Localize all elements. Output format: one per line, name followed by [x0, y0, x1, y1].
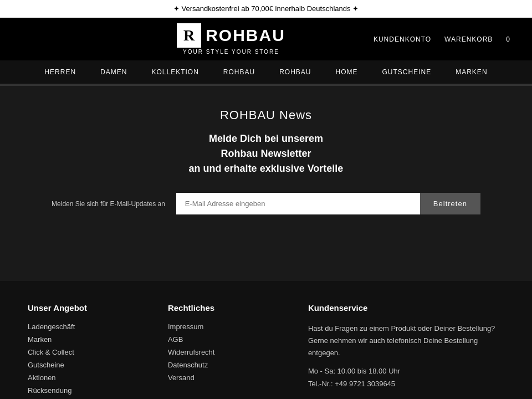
nav-kollektion[interactable]: KOLLEKTION: [139, 60, 211, 84]
logo-r-box: R: [177, 23, 201, 48]
newsletter-title: ROHBAU News: [33, 108, 499, 122]
newsletter-subtitle-line2: Rohbau Newsletter: [221, 148, 311, 159]
newsletter-form: Melden Sie sich für E-Mail-Updates an Be…: [33, 193, 499, 214]
footer-service-phone: Tel.-Nr.: +49 9721 3039645: [308, 380, 504, 388]
footer-link-versand[interactable]: Versand: [168, 374, 308, 382]
banner-text: ✦ Versandkostenfrei ab 70,00€ innerhalb …: [173, 4, 359, 13]
logo[interactable]: R ROHBAU YOUR STYLE YOUR STORE: [177, 23, 285, 55]
footer-col-service: Kundenservice Hast du Fragen zu einem Pr…: [308, 303, 504, 399]
footer-service-title: Kundenservice: [308, 303, 504, 313]
footer-col-rechtliches: Rechtliches Impressum AGB Widerrufsrecht…: [168, 303, 308, 399]
logo-tagline: YOUR STYLE YOUR STORE: [183, 49, 279, 55]
newsletter-form-label: Melden Sie sich für E-Mail-Updates an: [52, 200, 165, 208]
footer: Unser Angebot Ladengeschäft Marken Click…: [0, 281, 532, 399]
newsletter-subtitle: Melde Dich bei unserem Rohbau Newsletter…: [33, 131, 499, 176]
newsletter-submit-btn[interactable]: Beitreten: [420, 193, 480, 214]
nav-bar: HERREN DAMEN KOLLEKTION ROHBAU ROHBAU HO…: [0, 60, 532, 84]
nav-home[interactable]: HOME: [324, 60, 370, 84]
footer-link-ladengeschaeft[interactable]: Ladengeschäft: [28, 323, 168, 331]
footer-link-ruecksendung[interactable]: Rücksendung: [28, 386, 168, 395]
footer-col-angebot: Unser Angebot Ladengeschäft Marken Click…: [28, 303, 168, 399]
nav-marken[interactable]: MARKEN: [443, 60, 499, 84]
newsletter-subtitle-line1: Melde Dich bei unserem: [209, 133, 323, 144]
footer-angebot-title: Unser Angebot: [28, 303, 168, 313]
cart-count: 0: [506, 35, 510, 43]
newsletter-section: ROHBAU News Melde Dich bei unserem Rohba…: [0, 86, 532, 237]
footer-columns: Unser Angebot Ladengeschäft Marken Click…: [28, 303, 504, 399]
footer-link-widerrufsrecht[interactable]: Widerrufsrecht: [168, 348, 308, 356]
footer-link-marken[interactable]: Marken: [28, 335, 168, 344]
nav-rohbau-1[interactable]: ROHBAU: [211, 60, 267, 84]
footer-link-click-collect[interactable]: Click & Collect: [28, 348, 168, 356]
nav-damen[interactable]: DAMEN: [88, 60, 139, 84]
newsletter-subtitle-line3: an und erhalte exklusive Vorteile: [189, 163, 344, 174]
newsletter-email-input[interactable]: [176, 193, 420, 214]
header-right: KUNDENKONTO WARENKORB 0: [374, 35, 510, 43]
footer-service-desc: Hast du Fragen zu einem Produkt oder Dei…: [308, 323, 504, 359]
nav-herren[interactable]: HERREN: [32, 60, 88, 84]
top-banner: ✦ Versandkostenfrei ab 70,00€ innerhalb …: [0, 0, 532, 18]
logo-name: ROHBAU: [206, 26, 285, 45]
nav-gutscheine[interactable]: GUTSCHEINE: [370, 60, 444, 84]
footer-link-datenschutz[interactable]: Datenschutz: [168, 361, 308, 369]
logo-box: R ROHBAU: [177, 23, 285, 48]
footer-link-gutscheine[interactable]: Gutscheine: [28, 361, 168, 369]
warenkorb-link[interactable]: WARENKORB: [444, 35, 493, 43]
footer-rechtliches-title: Rechtliches: [168, 303, 308, 313]
footer-link-agb[interactable]: AGB: [168, 335, 308, 344]
kundenkonto-link[interactable]: KUNDENKONTO: [374, 35, 431, 43]
header: R ROHBAU YOUR STYLE YOUR STORE KUNDENKON…: [0, 18, 532, 60]
spacer: [0, 237, 532, 281]
footer-service-hours: Mo - Sa: 10.00 bis 18.00 Uhr: [308, 367, 504, 375]
nav-rohbau-2[interactable]: ROHBAU: [267, 60, 323, 84]
footer-link-aktionen[interactable]: Aktionen: [28, 374, 168, 382]
footer-link-impressum[interactable]: Impressum: [168, 323, 308, 331]
